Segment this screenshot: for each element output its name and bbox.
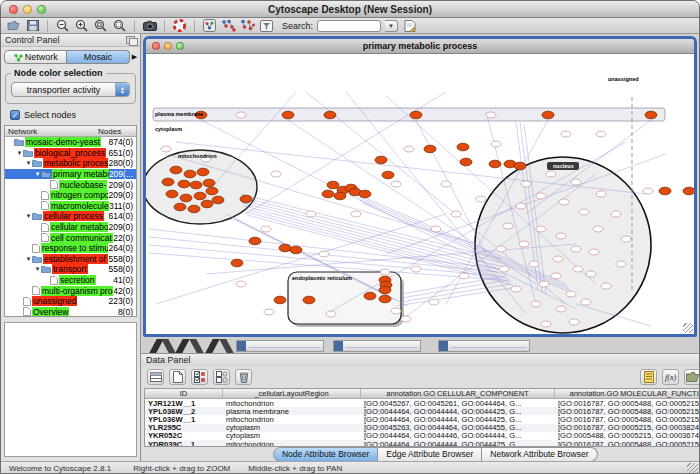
open-icon[interactable] — [6, 19, 21, 33]
window-titlebar[interactable]: Cytoscape Desktop (New Session) — [1, 1, 699, 18]
edge[interactable] — [149, 245, 500, 276]
selected-node[interactable] — [197, 168, 209, 176]
snapshot-icon[interactable] — [142, 19, 157, 33]
node[interactable] — [571, 179, 581, 185]
node[interactable] — [236, 281, 246, 287]
selected-node[interactable] — [327, 181, 339, 189]
node[interactable] — [541, 321, 551, 327]
node[interactable] — [536, 193, 546, 199]
delete-attribute-icon[interactable] — [235, 369, 252, 385]
annotation-icon[interactable] — [402, 19, 417, 33]
tree-row[interactable]: ▼primary metabo209(... — [5, 169, 136, 180]
selected-node[interactable] — [190, 181, 202, 189]
node[interactable] — [451, 211, 461, 217]
selected-node[interactable] — [460, 158, 472, 166]
selected-node[interactable] — [282, 111, 294, 119]
cell-cellular-component[interactable]: [GO:0044464, GO:0044444, GO:0044425, G..… — [361, 440, 555, 446]
cell-region[interactable]: mitochondrion — [223, 440, 361, 446]
selected-node[interactable] — [379, 286, 391, 294]
tree-row[interactable]: Overview8(0) — [5, 307, 136, 317]
network-view-window[interactable]: primary metabolic process plasma membran… — [143, 36, 697, 337]
node[interactable] — [496, 246, 506, 252]
selected-node[interactable] — [203, 179, 215, 187]
node[interactable] — [556, 306, 566, 312]
tab-edge-attribute-browser[interactable]: Edge Attribute Browser — [378, 447, 482, 462]
view-zoom-icon[interactable] — [176, 42, 184, 50]
selected-node[interactable] — [174, 203, 186, 211]
tree-row[interactable]: nucleobase-209(0) — [5, 179, 136, 190]
tree-row[interactable]: ▼biological_process651(0) — [5, 148, 136, 159]
selected-node[interactable] — [184, 170, 196, 178]
selected-node[interactable] — [359, 190, 371, 198]
column-header-region[interactable]: _cellularLayoutRegion — [223, 389, 361, 398]
node[interactable] — [380, 269, 390, 275]
node[interactable] — [569, 319, 579, 325]
selected-node[interactable] — [410, 111, 422, 119]
selected-node[interactable] — [162, 178, 174, 186]
new-attribute-icon[interactable] — [169, 369, 186, 385]
node[interactable] — [611, 211, 621, 217]
function-icon[interactable]: f(x) — [662, 369, 679, 385]
tree-row[interactable]: ▼establishment of lo558(0) — [5, 254, 136, 265]
node[interactable] — [566, 291, 576, 297]
tree-row[interactable]: cell communicat22(0) — [5, 232, 136, 243]
selected-node[interactable] — [424, 145, 436, 153]
node[interactable] — [401, 316, 411, 322]
layout-icon-1[interactable] — [221, 19, 236, 33]
node[interactable] — [236, 112, 246, 118]
column-header-molecular-function[interactable]: annotation.GO MOLECULAR_FUNCTION — [555, 389, 700, 398]
node[interactable] — [561, 131, 571, 137]
selected-node[interactable] — [334, 192, 346, 200]
node[interactable] — [546, 171, 556, 177]
node-color-dropdown[interactable]: transporter activity ▲▼ — [11, 82, 130, 97]
node[interactable] — [616, 261, 626, 267]
selected-node[interactable] — [274, 296, 286, 304]
tree-row[interactable]: unassigned223(0) — [5, 296, 136, 307]
node[interactable] — [411, 266, 421, 272]
node[interactable] — [589, 249, 599, 255]
disclosure-triangle-icon[interactable]: ▼ — [34, 266, 41, 272]
save-icon[interactable] — [25, 19, 40, 33]
node[interactable] — [264, 309, 274, 315]
zoom-in-icon[interactable] — [74, 19, 89, 33]
background-window[interactable] — [333, 340, 421, 352]
zoom-out-icon[interactable] — [55, 19, 70, 33]
selected-node[interactable] — [170, 166, 182, 174]
selected-node[interactable] — [364, 292, 376, 300]
node[interactable] — [429, 299, 439, 305]
tab-mosaic[interactable]: Mosaic — [67, 50, 129, 64]
node[interactable] — [161, 146, 171, 152]
tree-row[interactable]: ▼cellular process614(0) — [5, 211, 136, 222]
node[interactable] — [621, 236, 631, 242]
zoom-selected-icon[interactable] — [93, 19, 108, 33]
tree-row[interactable]: response to stimul264(0) — [5, 243, 136, 254]
node[interactable] — [326, 311, 336, 317]
disclosure-triangle-icon[interactable]: ▼ — [25, 256, 32, 262]
node[interactable] — [596, 131, 606, 137]
node[interactable] — [261, 226, 271, 232]
help-icon[interactable] — [172, 19, 187, 33]
node[interactable] — [529, 261, 539, 267]
network-graph[interactable]: plasma membranecytoplasmmitochondrionnuc… — [146, 54, 694, 334]
selected-node[interactable] — [188, 205, 200, 213]
selected-node[interactable] — [322, 190, 334, 198]
selected-node[interactable] — [194, 192, 206, 200]
node[interactable] — [319, 251, 329, 257]
selected-node[interactable] — [514, 162, 526, 170]
attribute-table-icon[interactable] — [147, 369, 164, 385]
vizmapper-icon[interactable] — [202, 19, 217, 33]
column-header-cellular-component[interactable]: annotation.GO CELLULAR_COMPONENT — [361, 389, 555, 398]
tree-row[interactable]: secretion41(0) — [5, 275, 136, 286]
node[interactable] — [551, 273, 561, 279]
column-header-id[interactable]: ID — [145, 389, 223, 398]
resize-grip-icon[interactable] — [683, 323, 693, 333]
node[interactable] — [441, 181, 451, 187]
tab-network-attribute-browser[interactable]: Network Attribute Browser — [482, 447, 597, 462]
node[interactable] — [511, 286, 521, 292]
selected-node[interactable] — [180, 194, 192, 202]
node[interactable] — [486, 112, 496, 118]
view-close-icon[interactable] — [152, 42, 160, 50]
node[interactable] — [539, 281, 549, 287]
node[interactable] — [499, 266, 509, 272]
filter-icon[interactable] — [259, 19, 274, 33]
